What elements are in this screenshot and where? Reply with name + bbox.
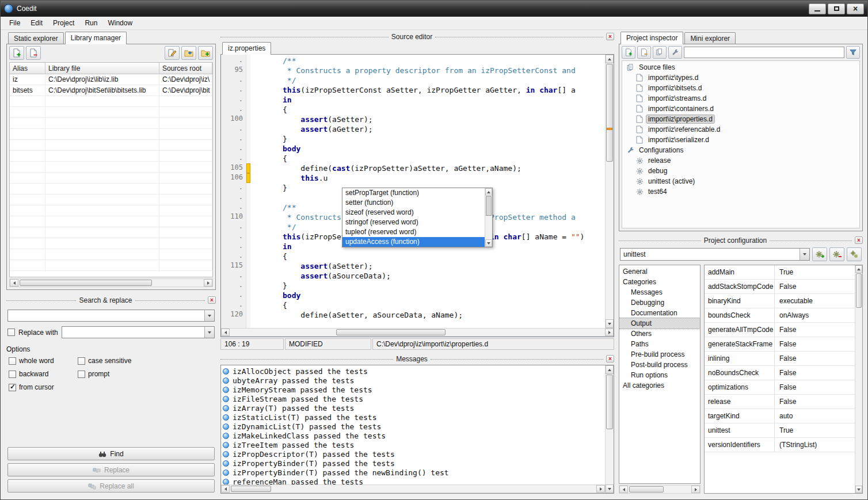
code-line[interactable]: in: [250, 95, 605, 105]
message-row[interactable]: izMemoryStream passed the tests: [223, 385, 605, 394]
tree-item-file[interactable]: import\iz\properties.d: [622, 114, 859, 124]
tree-item-file[interactable]: import\iz\serializer.d: [622, 135, 859, 145]
dropdown-button[interactable]: [800, 249, 809, 260]
tree-item-file[interactable]: import\iz\referencable.d: [622, 124, 859, 135]
table-row[interactable]: [10, 238, 212, 249]
code-line[interactable]: }: [250, 134, 605, 144]
categories-hscrollbar[interactable]: [619, 485, 701, 494]
message-row[interactable]: izTreeItem passed the tests: [223, 440, 605, 449]
tab-static-explorer[interactable]: Static explorer: [8, 32, 64, 44]
property-row[interactable]: versionIdentifiers(TStringList): [705, 438, 855, 452]
column-header-alias[interactable]: Alias: [10, 63, 45, 74]
category-item[interactable]: Pre-build process: [619, 349, 700, 360]
scroll-up-button[interactable]: [855, 265, 862, 273]
replace-with-combobox[interactable]: [62, 326, 215, 338]
code-line[interactable]: {: [250, 251, 605, 261]
library-table-hscrollbar[interactable]: [9, 278, 213, 287]
scroll-down-button[interactable]: [855, 486, 862, 493]
message-row[interactable]: izArray(T) passed the tests: [223, 403, 605, 413]
tree-item-file[interactable]: import\iz\containers.d: [622, 104, 859, 114]
messages-hscrollbar[interactable]: [221, 484, 605, 493]
message-row[interactable]: izAllocObject passed the tests: [223, 367, 605, 376]
code-line[interactable]: this.u: [250, 173, 605, 183]
scroll-down-button[interactable]: [606, 319, 614, 328]
scrollbar-thumb[interactable]: [606, 375, 613, 429]
message-row[interactable]: izPropertyBinder(T) passed the newBindin…: [223, 468, 605, 477]
menu-item-project[interactable]: Project: [48, 17, 79, 29]
property-value[interactable]: False: [775, 395, 855, 409]
property-row[interactable]: addMainTrue: [705, 265, 855, 280]
table-row[interactable]: [10, 194, 212, 205]
menu-item-edit[interactable]: Edit: [25, 17, 48, 29]
code-line[interactable]: define(aSetter, aSourceData, aName);: [250, 310, 605, 320]
table-row[interactable]: bitsetsC:\Dev\dproj\bitSet\lib\bitsets.l…: [10, 85, 212, 96]
table-row[interactable]: [10, 118, 212, 129]
property-value[interactable]: False: [775, 380, 855, 394]
table-row[interactable]: [10, 162, 212, 173]
configuration-combobox[interactable]: unittest: [620, 248, 810, 261]
checkbox[interactable]: [9, 384, 16, 391]
category-item[interactable]: Paths: [619, 339, 700, 349]
category-item[interactable]: All categories: [619, 380, 700, 391]
replace-all-button[interactable]: Replace all: [7, 479, 215, 493]
editor-hscrollbar[interactable]: [221, 328, 614, 337]
scrollbar-thumb[interactable]: [336, 329, 446, 335]
tab-iz-properties[interactable]: iz.properties: [222, 42, 271, 55]
property-value[interactable]: False: [775, 366, 855, 380]
message-row[interactable]: izPropDescriptor(T) passed the tests: [223, 449, 605, 459]
scroll-down-button[interactable]: [485, 239, 492, 247]
property-row[interactable]: generateAllTmpCodeFalse: [705, 323, 855, 337]
tree-item-source-files[interactable]: Source files: [622, 62, 859, 72]
add-folder-button[interactable]: [198, 46, 213, 60]
tab-library-manager[interactable]: Library manager: [65, 32, 127, 44]
completion-item[interactable]: setter (function): [342, 198, 485, 208]
scrollbar-thumb[interactable]: [20, 280, 152, 286]
completion-item[interactable]: updateAccess (function): [342, 237, 485, 247]
remove-configuration-button[interactable]: [829, 247, 844, 261]
code-line[interactable]: assert(aSetter);: [250, 114, 605, 124]
property-value[interactable]: (TStringList): [775, 438, 855, 452]
option-backward[interactable]: backward: [9, 370, 78, 378]
menu-item-run[interactable]: Run: [79, 17, 102, 29]
table-row[interactable]: [10, 151, 212, 162]
property-value[interactable]: False: [775, 352, 855, 365]
category-item[interactable]: Others: [619, 329, 700, 339]
property-value[interactable]: onAlways: [775, 308, 855, 322]
property-row[interactable]: generateStackFrameFalse: [705, 337, 855, 352]
scroll-left-button[interactable]: [221, 329, 230, 336]
property-row[interactable]: addStackStompCodeFalse: [705, 280, 855, 294]
checkbox[interactable]: [9, 357, 16, 365]
scroll-up-button[interactable]: [485, 188, 492, 196]
scroll-left-button[interactable]: [221, 485, 230, 493]
dropdown-button[interactable]: [204, 327, 214, 338]
message-row[interactable]: izMakeLinkedClass passed the tests: [223, 431, 605, 440]
option-case-sensitive[interactable]: case sensitive: [78, 357, 215, 365]
property-row[interactable]: unittestTrue: [705, 423, 855, 438]
filter-input[interactable]: [684, 47, 844, 58]
editor-vscrollbar[interactable]: [605, 55, 614, 328]
column-header-library-file[interactable]: Library file: [45, 63, 159, 74]
replace-button[interactable]: Replace: [7, 463, 215, 476]
menu-item-window[interactable]: Window: [102, 17, 138, 29]
message-row[interactable]: referenceMan passed the tests: [223, 477, 605, 484]
scroll-left-button[interactable]: [10, 279, 18, 287]
close-panel-button[interactable]: ×: [208, 296, 216, 304]
property-value[interactable]: True: [775, 423, 855, 437]
tree-item-config[interactable]: unittest (active): [622, 176, 859, 186]
completion-item[interactable]: sizeof (reserved word): [342, 208, 485, 217]
checkbox[interactable]: [78, 371, 85, 378]
property-grid-vscrollbar[interactable]: [855, 265, 862, 493]
scroll-up-button[interactable]: [606, 365, 614, 374]
scroll-right-button[interactable]: [691, 486, 700, 493]
category-item[interactable]: Output: [619, 318, 700, 329]
tree-item-file[interactable]: import\iz\bitsets.d: [622, 83, 859, 93]
property-row[interactable]: boundsCheckonAlways: [705, 308, 855, 323]
messages-vscrollbar[interactable]: [605, 365, 614, 493]
table-row[interactable]: [10, 129, 212, 140]
open-source-button[interactable]: [653, 46, 667, 59]
scrollbar-thumb[interactable]: [486, 196, 492, 216]
edit-library-button[interactable]: [165, 46, 180, 60]
minimize-button[interactable]: [809, 3, 826, 14]
table-row[interactable]: [10, 96, 212, 107]
table-row[interactable]: [10, 249, 212, 260]
